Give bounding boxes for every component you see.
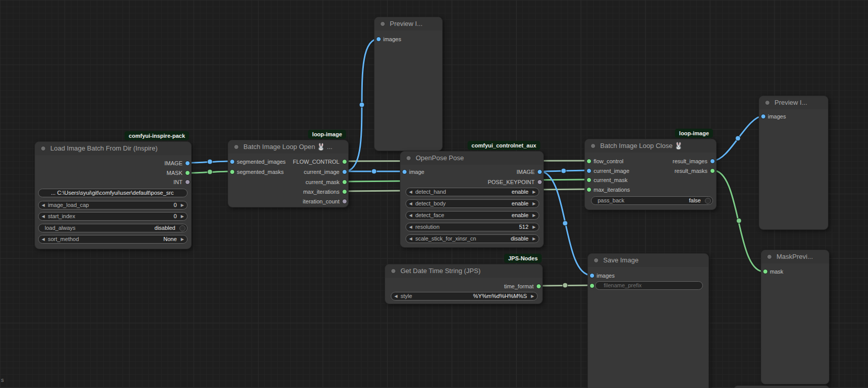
toggle-knob-icon[interactable] [179,225,185,231]
image-slot-dot[interactable] [230,159,235,164]
int-slot-dot[interactable] [185,180,190,185]
int-slot-dot[interactable] [586,187,592,192]
output-image[interactable]: IMAGE [517,167,543,176]
decrement-arrow-icon[interactable]: ◀ [39,213,48,220]
node-graph-canvas[interactable]: comfyui-inspire-pack Load Image Batch Fr… [0,0,868,388]
flow-control-slot-dot[interactable] [586,159,592,164]
string-slot-dot[interactable] [590,283,595,288]
image-slot-dot[interactable] [761,114,766,119]
detect-body-widget[interactable]: ◀ detect_body enable ▶ [406,199,539,208]
mask-slot-dot[interactable] [342,180,347,185]
decrement-arrow-icon[interactable]: ◀ [406,223,415,231]
image-slot-dot[interactable] [402,169,407,174]
detect-face-widget[interactable]: ◀ detect_face enable ▶ [406,211,539,220]
output-max-iterations[interactable]: max_iterations [303,187,348,196]
next-option-arrow-icon[interactable]: ▶ [530,235,539,243]
input-images[interactable]: images [759,112,786,121]
output-pose-keypoint[interactable]: POSE_KEYPOINT [488,177,543,187]
input-segmented-images[interactable]: segmented_images [228,157,286,166]
input-images[interactable]: images [375,35,401,44]
node-title: MaskPrevi... [761,250,829,263]
output-int[interactable]: INT [173,177,191,187]
node-batch-image-loop-open[interactable]: loop-image Batch Image Loop Open 🐰 ... s… [228,140,349,207]
input-max-iterations[interactable]: max_iterations [585,185,630,194]
flow-control-slot-dot[interactable] [342,159,347,164]
input-current-mask[interactable]: current_mask [585,175,628,185]
input-images[interactable]: images [588,271,614,280]
node-save-image[interactable]: Save Image images filename_prefix [587,253,709,388]
next-option-arrow-icon[interactable]: ▶ [528,292,537,300]
input-image[interactable]: image [400,167,424,176]
prev-option-arrow-icon[interactable]: ◀ [406,188,415,196]
output-flow-control[interactable]: FLOW_CONTROL [293,157,348,166]
node-partial-bottom[interactable] [733,385,830,388]
prev-option-arrow-icon[interactable]: ◀ [406,200,415,207]
string-slot-dot[interactable] [536,284,541,289]
toggle-knob-icon[interactable] [705,198,711,204]
image-slot-dot[interactable] [185,161,190,166]
node-openpose-pose[interactable]: comfyui_controlnet_aux OpenPose Pose ima… [400,151,544,248]
image-slot-dot[interactable] [590,273,595,278]
node-title: Preview I... [375,17,442,31]
next-option-arrow-icon[interactable]: ▶ [178,235,187,243]
prev-option-arrow-icon[interactable]: ◀ [406,212,415,219]
scale-stick-widget[interactable]: ◀ scale_stick_for_xinsr_cn disable ▶ [406,234,539,243]
mask-slot-dot[interactable] [230,169,235,174]
output-result-images[interactable]: result_images [673,157,716,166]
node-preview-image-top[interactable]: Preview I... images [374,17,443,151]
decrement-arrow-icon[interactable]: ◀ [39,201,48,209]
image-slot-dot[interactable] [537,169,542,174]
node-batch-image-loop-close[interactable]: loop-image Batch Image Loop Close 🐰 flow… [584,139,717,210]
output-time-format[interactable]: time_format [504,282,542,291]
output-current-image[interactable]: current_image [304,167,348,176]
output-result-masks[interactable]: result_masks [674,166,716,175]
output-iteration-count[interactable]: iteration_count [303,197,348,206]
int-slot-dot[interactable] [342,189,347,194]
image-slot-dot[interactable] [342,169,347,174]
node-preview-image-right[interactable]: Preview I... images [759,96,828,230]
mask-slot-dot[interactable] [710,168,715,173]
image-load-cap-widget[interactable]: ◀ image_load_cap 0 ▶ [38,201,188,210]
pass-back-toggle[interactable]: pass_back false [591,196,713,205]
mask-slot-dot[interactable] [586,177,592,183]
detect-hand-widget[interactable]: ◀ detect_hand enable ▶ [406,188,539,196]
input-mask[interactable]: mask [761,267,783,276]
node-status-dot [391,268,396,274]
image-slot-dot[interactable] [710,159,715,164]
node-load-image-batch[interactable]: comfyui-inspire-pack Load Image Batch Fr… [35,141,192,249]
mask-slot-dot[interactable] [763,269,768,274]
int-slot-dot[interactable] [342,199,347,204]
output-mask[interactable]: MASK [167,168,191,177]
start-index-widget[interactable]: ◀ start_index 0 ▶ [38,212,188,221]
filename-prefix-widget[interactable]: filename_prefix [595,281,703,290]
increment-arrow-icon[interactable]: ▶ [178,201,187,209]
prev-option-arrow-icon[interactable]: ◀ [39,235,48,243]
input-filename-prefix[interactable] [588,281,595,290]
prev-option-arrow-icon[interactable]: ◀ [391,292,400,300]
node-mask-preview[interactable]: MaskPrevi... mask [761,250,829,384]
sort-method-widget[interactable]: ◀ sort_method None ▶ [38,235,188,244]
output-current-mask[interactable]: current_mask [305,177,348,187]
next-option-arrow-icon[interactable]: ▶ [530,200,539,207]
input-segmented-masks[interactable]: segmented_masks [228,167,284,176]
next-option-arrow-icon[interactable]: ▶ [530,212,539,219]
load-always-toggle[interactable]: load_always disabled [38,224,188,232]
input-flow-control[interactable]: flow_control [585,157,624,166]
resolution-widget[interactable]: ◀ resolution 512 ▶ [406,223,539,231]
directory-widget[interactable]: ... C:\Users\syui\git\comfyui\user\defau… [38,189,188,197]
increment-arrow-icon[interactable]: ▶ [178,213,187,220]
output-image[interactable]: IMAGE [165,159,191,168]
next-option-arrow-icon[interactable]: ▶ [530,188,539,196]
increment-arrow-icon[interactable]: ▶ [530,223,539,231]
prev-option-arrow-icon[interactable]: ◀ [406,235,415,243]
node-get-date-time-string[interactable]: JPS-Nodes Get Date Time String (JPS) tim… [385,264,543,304]
image-slot-dot[interactable] [586,168,592,173]
input-current-image[interactable]: current_image [585,166,629,175]
mask-slot-dot[interactable] [185,170,190,175]
node-status-dot [594,258,599,263]
pose-keypoint-slot-dot[interactable] [537,180,542,185]
style-widget[interactable]: ◀ style %Y%m%d%H%M%S ▶ [391,292,538,301]
image-slot-dot[interactable] [376,37,381,42]
node-status-dot [234,144,239,150]
node-pack-badge: JPS-Nodes [504,254,542,263]
